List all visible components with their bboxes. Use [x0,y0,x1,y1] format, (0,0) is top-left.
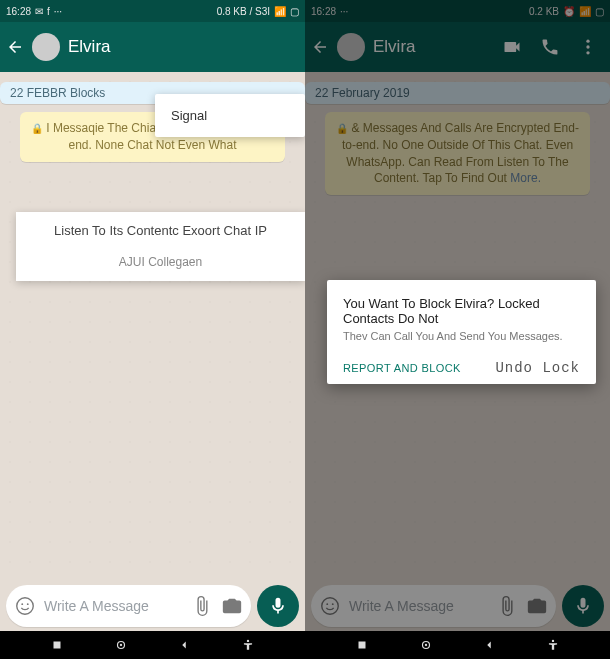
emoji-icon[interactable] [319,595,341,617]
menu-item-signal[interactable]: Signal [155,94,305,137]
call-icon[interactable] [540,37,560,57]
input-bar: Write A Message [0,581,305,631]
encryption-more-link[interactable]: More. [510,171,541,185]
nav-recent-icon[interactable] [355,638,369,652]
block-dialog: You Want To Block Elvira? Locked Contact… [327,280,596,384]
camera-icon[interactable] [221,595,243,617]
svg-point-4 [586,45,589,48]
svg-point-12 [247,640,249,642]
mic-button[interactable] [562,585,604,627]
attach-icon[interactable] [191,595,213,617]
back-icon[interactable] [6,38,24,56]
dialog-subtitle: Thev Can Call You And Send You Messages. [343,330,580,342]
battery-icon: ▢ [290,6,299,17]
report-and-block-button[interactable]: REPORT AND BLOCK [343,362,461,374]
lock-icon: 🔒 [336,123,348,134]
left-screen: 16:28 ✉ f ··· 0.8 KB / S3I 📶 ▢ Elvira 22… [0,0,305,631]
right-screen: 16:28··· 0.2 KB⏰📶▢ Elvira 22 February 20… [305,0,610,631]
contact-name[interactable]: Elvira [373,37,494,57]
input-bar: Write A Message [305,581,610,631]
svg-point-3 [586,40,589,43]
wifi-icon: 📶 [274,6,286,17]
net-speed: 0.2 KB [529,6,559,17]
mic-icon [573,596,593,616]
back-icon[interactable] [311,38,329,56]
menu-item-listen[interactable]: Listen To Its Contentc Exoort Chat IP [28,222,293,240]
mic-button[interactable] [257,585,299,627]
status-time: 16:28 [6,6,31,17]
input-placeholder: Write A Message [349,598,488,614]
video-call-icon[interactable] [502,37,522,57]
nav-home-icon[interactable] [419,638,433,652]
status-time: 16:28 [311,6,336,17]
nav-back-icon[interactable] [482,638,496,652]
attach-icon[interactable] [496,595,518,617]
input-placeholder: Write A Message [44,598,183,614]
avatar[interactable] [337,33,365,61]
emoji-icon[interactable] [14,595,36,617]
undo-lock-button[interactable]: Undo Lock [495,360,580,376]
date-chip: 22 February 2019 [305,82,610,104]
svg-point-7 [326,603,328,605]
svg-point-5 [586,51,589,54]
nav-home-icon[interactable] [114,638,128,652]
svg-rect-9 [53,642,60,649]
encryption-banner[interactable]: 🔒 & Messages And Calls Are Encrypted End… [325,112,590,195]
contact-name[interactable]: Elvira [68,37,299,57]
svg-point-0 [17,598,34,615]
svg-point-8 [332,603,334,605]
nav-accessibility-icon[interactable] [241,638,255,652]
wifi-icon: 📶 [579,6,591,17]
android-navbar [0,631,610,659]
appbar: Elvira [0,22,305,72]
more-icon[interactable] [578,37,598,57]
message-input[interactable]: Write A Message [6,585,251,627]
svg-point-6 [322,598,339,615]
message-input[interactable]: Write A Message [311,585,556,627]
facebook-icon: f [47,6,50,17]
dialog-title: You Want To Block Elvira? Locked Contact… [343,296,580,326]
statusbar: 16:28 ✉ f ··· 0.8 KB / S3I 📶 ▢ [0,0,305,22]
net-speed: 0.8 KB / S3I [217,6,270,17]
avatar[interactable] [32,33,60,61]
svg-point-2 [27,603,29,605]
svg-point-16 [552,640,554,642]
camera-icon[interactable] [526,595,548,617]
lock-icon: 🔒 [31,123,43,134]
encryption-text: & Messages And Calls Are Encrypted End-t… [342,121,579,185]
svg-point-11 [119,644,121,646]
svg-rect-13 [358,642,365,649]
overflow-menu: Signal [155,94,305,137]
chat-body: 22 FEBBR Blocks 🔒 I Messaqie The Chia Em… [0,72,305,581]
battery-icon: ▢ [595,6,604,17]
svg-point-1 [21,603,23,605]
svg-point-15 [424,644,426,646]
statusbar: 16:28··· 0.2 KB⏰📶▢ [305,0,610,22]
overflow-menu2: Listen To Its Contentc Exoort Chat IP AJ… [16,212,305,281]
nav-accessibility-icon[interactable] [546,638,560,652]
alarm-icon: ⏰ [563,6,575,17]
nav-recent-icon[interactable] [50,638,64,652]
gmail-icon: ✉ [35,6,43,17]
menu-item-collegaen[interactable]: AJUI Collegaen [28,254,293,271]
nav-back-icon[interactable] [177,638,191,652]
mic-icon [268,596,288,616]
appbar: Elvira [305,22,610,72]
